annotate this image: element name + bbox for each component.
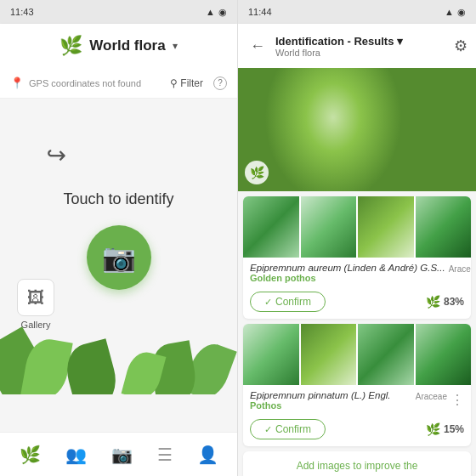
confidence-badge-2: 🌿 15%: [426, 422, 464, 436]
help-icon[interactable]: ?: [213, 76, 227, 90]
flora-nav-icon: 🌿: [20, 445, 41, 465]
confidence-value-2: 15%: [444, 423, 464, 435]
gps-icon: 📍: [10, 76, 24, 89]
bottom-nav-left: 🌿 👥 📷 ☰ 👤: [0, 432, 237, 476]
confidence-value-1: 83%: [444, 296, 464, 308]
result-card-2: Epipremnum pinnatum (L.) Engl. Pothos Ar…: [243, 324, 471, 446]
camera-nav-icon: 📷: [111, 445, 133, 465]
result-images-row-2: [243, 324, 471, 385]
confirm-button-2[interactable]: ✓ Confirm: [250, 419, 326, 439]
time-right: 11:44: [248, 7, 272, 17]
header-text-right: Identification - Results ▾ World flora: [275, 35, 447, 58]
nav-camera[interactable]: 📷: [111, 445, 133, 465]
result-thumb-1-2: [301, 196, 357, 258]
nav-community[interactable]: 👥: [65, 445, 87, 465]
confirm-button-1[interactable]: ✓ Confirm: [250, 292, 326, 312]
gps-text: GPS coordinates not found: [29, 78, 141, 88]
camera-icon: 📷: [102, 241, 136, 274]
result-card-1: Epipremnum aureum (Linden & André) G.S..…: [243, 196, 471, 319]
wifi-icon: ◉: [218, 7, 227, 18]
profile-nav-icon: 👤: [197, 445, 218, 465]
identify-area: ↩ Touch to identify 📷 🖼 Gallery: [0, 99, 237, 432]
add-images-label: Add images to improve the: [297, 460, 418, 472]
result-thumb-2-1: [243, 324, 299, 385]
filter-button[interactable]: ⚲ Filter: [170, 77, 203, 89]
result-thumb-2-3: [358, 324, 414, 385]
check-icon-2: ✓: [264, 424, 272, 435]
result-images-row-1: [243, 196, 471, 258]
results-scroll[interactable]: Epipremnum aureum (Linden & André) G.S..…: [238, 191, 476, 476]
filter-funnel-icon: ⚲: [170, 77, 178, 89]
result-info-2: Epipremnum pinnatum (L.) Engl. Pothos Ar…: [243, 385, 471, 414]
list-nav-icon: ☰: [157, 445, 173, 465]
more-options-icon-2[interactable]: ⋮: [450, 392, 464, 408]
thumb-img-1: [243, 196, 299, 258]
time-left: 11:43: [10, 7, 34, 17]
confidence-leaf-icon-2: 🌿: [426, 422, 440, 436]
result-thumb-1-3: [358, 196, 414, 258]
thumb-img-2-1: [243, 324, 299, 385]
left-screen: 11:43 ▲ ◉ 🌿 World flora ▾ 📍 GPS coordina…: [0, 0, 238, 476]
thumb-img-2: [301, 196, 357, 258]
app-title-left: World flora: [89, 37, 165, 54]
right-screen: 11:44 ▲ ◉ ← Identification - Results ▾ W…: [238, 0, 476, 476]
camera-button[interactable]: 📷: [87, 225, 151, 290]
species-name-2: Epipremnum pinnatum (L.) Engl.: [250, 390, 412, 400]
result-main-photo: 🌿: [238, 68, 476, 191]
family-name-1: Araceae: [449, 264, 471, 274]
signal-icon-right: ▲: [445, 7, 454, 17]
app-logo-icon: 🌿: [60, 35, 82, 57]
result-info-text-2: Epipremnum pinnatum (L.) Engl. Pothos: [250, 390, 412, 411]
result-thumb-2-4: [416, 324, 472, 385]
confidence-badge-1: 🌿 83%: [426, 295, 464, 309]
wifi-icon-right: ◉: [457, 7, 466, 18]
leaf-badge-icon: 🌿: [245, 161, 269, 184]
header-title-right: Identification - Results ▾: [275, 35, 447, 48]
gallery-icon: 🖼: [17, 279, 54, 316]
plant-decoration: [0, 318, 237, 394]
signal-icon: ▲: [206, 7, 215, 17]
result-info-1: Epipremnum aureum (Linden & André) G.S..…: [243, 258, 471, 286]
nav-profile[interactable]: 👤: [197, 445, 218, 465]
community-nav-icon: 👥: [65, 445, 87, 465]
status-icons-left: ▲ ◉: [206, 7, 227, 18]
confidence-leaf-icon-1: 🌿: [426, 295, 440, 309]
back-button[interactable]: ←: [246, 34, 269, 59]
touch-label: Touch to identify: [63, 190, 173, 208]
common-name-2: Pothos: [250, 400, 412, 411]
result-thumb-1-1: [243, 196, 299, 258]
nav-list[interactable]: ☰: [157, 445, 173, 465]
status-bar-right: 11:44 ▲ ◉: [238, 0, 476, 24]
results-chevron[interactable]: ▾: [397, 35, 403, 48]
header-subtitle-right: World flora: [275, 48, 447, 58]
common-name-1: Golden pothos: [250, 273, 445, 283]
confirm-row-2: ✓ Confirm 🌿 15%: [243, 414, 471, 446]
nav-flora[interactable]: 🌿: [20, 445, 41, 465]
thumb-img-4: [416, 196, 472, 258]
filter-bar-left: 📍 GPS coordinates not found ⚲ Filter ?: [0, 68, 237, 99]
app-header-right: ← Identification - Results ▾ World flora…: [238, 24, 476, 68]
check-icon-1: ✓: [264, 297, 272, 308]
thumb-img-2-2: [301, 324, 357, 385]
result-thumb-1-4: [416, 196, 472, 258]
thumb-img-3: [358, 196, 414, 258]
filter-icon-right[interactable]: ⚙: [454, 37, 468, 55]
app-header-left: 🌿 World flora ▾: [0, 24, 237, 68]
confirm-row-1: ✓ Confirm 🌿 83%: [243, 286, 471, 319]
add-images-bar[interactable]: Add images to improve the: [243, 451, 471, 476]
title-chevron-left[interactable]: ▾: [173, 40, 178, 52]
curved-arrow-icon: ↩: [47, 141, 66, 169]
thumb-img-2-4: [416, 324, 472, 385]
family-name-2: Araceae: [416, 392, 447, 401]
species-name-1: Epipremnum aureum (Linden & André) G.S..…: [250, 263, 445, 273]
status-bar-left: 11:43 ▲ ◉: [0, 0, 237, 24]
photo-simulation: 🌿: [238, 68, 476, 191]
result-info-text-1: Epipremnum aureum (Linden & André) G.S..…: [250, 263, 445, 283]
thumb-img-2-3: [358, 324, 414, 385]
filter-label: Filter: [180, 77, 203, 89]
photo-leaf-overlay: 🌿: [245, 161, 269, 184]
result-thumb-2-2: [301, 324, 357, 385]
status-icons-right: ▲ ◉: [445, 7, 466, 18]
